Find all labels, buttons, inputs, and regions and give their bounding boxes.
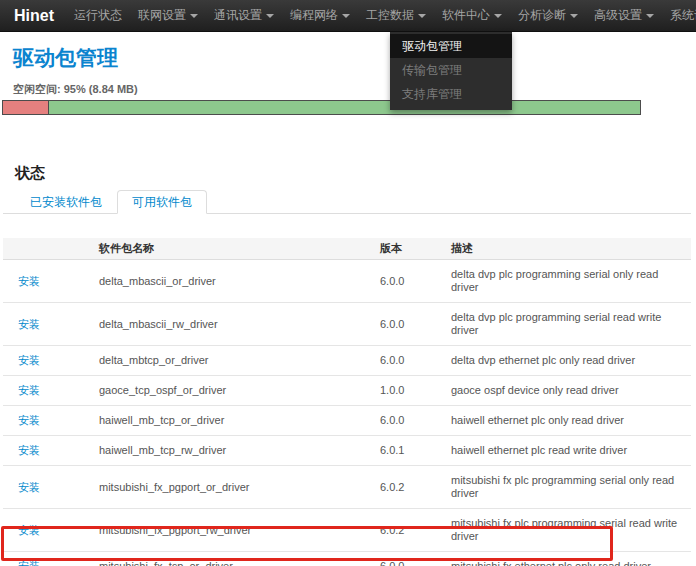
description-cell: mitsubishi fx ethernet plc only read dri… (448, 552, 691, 566)
table-row: 安装 haiwell_mb_tcp_or_driver 6.0.0 haiwel… (3, 406, 691, 436)
nav-item-run-status[interactable]: 运行状态 (70, 3, 126, 28)
column-header-action (3, 238, 96, 260)
install-button[interactable]: 安装 (18, 275, 40, 287)
caret-down-icon (570, 14, 578, 18)
install-button[interactable]: 安装 (18, 414, 40, 426)
install-button[interactable]: 安装 (18, 318, 40, 330)
nav-item-label: 通讯设置 (214, 8, 262, 22)
tab-installed-packages[interactable]: 已安装软件包 (15, 190, 117, 214)
table-row: 安装 mitsubishi_fx_tcp_or_driver 6.0.0 mit… (3, 552, 691, 566)
nav-item-label: 系统设置 (670, 8, 696, 22)
disk-usage-bar (2, 100, 641, 115)
column-header-package-name: 软件包名称 (96, 238, 377, 260)
table-row: 安装 haiwell_mb_tcp_rw_driver 6.0.1 haiwel… (3, 436, 691, 466)
brand-logo[interactable]: Hinet (14, 7, 54, 25)
version-cell: 6.0.1 (377, 436, 448, 466)
install-button[interactable]: 安装 (18, 444, 40, 456)
nav-item-analysis-diagnosis[interactable]: 分析诊断 (514, 3, 582, 28)
description-cell: mitsubishi fx plc programming serial onl… (448, 466, 691, 509)
packages-table: 软件包名称 版本 描述 安装 delta_mbascii_or_driver 6… (3, 238, 691, 566)
package-name-cell: haiwell_mb_tcp_or_driver (96, 406, 377, 436)
free-space-segment (49, 101, 640, 114)
nav-item-label: 编程网络 (290, 8, 338, 22)
tab-available-packages[interactable]: 可用软件包 (117, 190, 207, 214)
navbar: Hinet 运行状态 联网设置 通讯设置 编程网络 工控数据 软件中心 分析诊断… (0, 0, 696, 32)
caret-down-icon (266, 14, 274, 18)
package-name-cell: gaoce_tcp_ospf_or_driver (96, 376, 377, 406)
nav-item-system-settings[interactable]: 系统设置 (666, 3, 696, 28)
description-cell: haiwell ethernet plc only read driver (448, 406, 691, 436)
nav-item-advanced-settings[interactable]: 高级设置 (590, 3, 658, 28)
caret-down-icon (646, 14, 654, 18)
dropdown-item-support-library-management[interactable]: 支持库管理 (390, 82, 512, 106)
description-cell: delta dvp plc programming serial read wr… (448, 303, 691, 346)
version-cell: 6.0.2 (377, 509, 448, 552)
dropdown-item-driver-package-management[interactable]: 驱动包管理 (390, 34, 512, 58)
table-row: 安装 delta_mbtcp_or_driver 6.0.0 delta dvp… (3, 346, 691, 376)
version-cell: 6.0.2 (377, 466, 448, 509)
package-name-cell: mitsubishi_fx_pgport_or_driver (96, 466, 377, 509)
install-button[interactable]: 安装 (18, 560, 40, 566)
install-button[interactable]: 安装 (18, 354, 40, 366)
version-cell: 6.0.0 (377, 260, 448, 303)
nav-item-label: 软件中心 (442, 8, 490, 22)
description-cell: haiwell ethernet plc read write driver (448, 436, 691, 466)
table-row: 安装 delta_mbascii_or_driver 6.0.0 delta d… (3, 260, 691, 303)
nav-item-programming-network[interactable]: 编程网络 (286, 3, 354, 28)
nav-item-software-center[interactable]: 软件中心 (438, 3, 506, 28)
caret-down-icon (418, 14, 426, 18)
description-cell: delta dvp plc programming serial only re… (448, 260, 691, 303)
nav-item-industrial-data[interactable]: 工控数据 (362, 3, 430, 28)
nav-item-label: 高级设置 (594, 8, 642, 22)
table-row: 安装 mitsubishi_fx_pgport_or_driver 6.0.2 … (3, 466, 691, 509)
page-title: 驱动包管理 (13, 46, 696, 70)
column-header-version: 版本 (377, 238, 448, 260)
version-cell: 6.0.0 (377, 406, 448, 436)
caret-down-icon (494, 14, 502, 18)
nav-item-label: 工控数据 (366, 8, 414, 22)
nav-item-label: 运行状态 (74, 8, 122, 22)
version-cell: 6.0.0 (377, 552, 448, 566)
package-tabs: 已安装软件包 可用软件包 (3, 190, 691, 214)
used-space-segment (3, 101, 49, 114)
version-cell: 1.0.0 (377, 376, 448, 406)
status-heading: 状态 (15, 165, 696, 181)
description-cell: mitsubishi fx plc programming serial rea… (448, 509, 691, 552)
package-name-cell: mitsubishi_fx_tcp_or_driver (96, 552, 377, 566)
table-row: 安装 mitsubishi_fx_pgport_rw_driver 6.0.2 … (3, 509, 691, 552)
free-space-label: 空闲空间: 95% (8.84 MB) (13, 83, 696, 96)
package-name-cell: delta_mbtcp_or_driver (96, 346, 377, 376)
caret-down-icon (342, 14, 350, 18)
table-row: 安装 gaoce_tcp_ospf_or_driver 1.0.0 gaoce … (3, 376, 691, 406)
nav-item-label: 联网设置 (138, 8, 186, 22)
package-name-cell: haiwell_mb_tcp_rw_driver (96, 436, 377, 466)
install-button[interactable]: 安装 (18, 481, 40, 493)
dropdown-item-transfer-package-management[interactable]: 传输包管理 (390, 58, 512, 82)
description-cell: gaoce ospf device only read driver (448, 376, 691, 406)
version-cell: 6.0.0 (377, 346, 448, 376)
version-cell: 6.0.0 (377, 303, 448, 346)
nav-item-comm-settings[interactable]: 通讯设置 (210, 3, 278, 28)
package-name-cell: delta_mbascii_rw_driver (96, 303, 377, 346)
table-row: 安装 delta_mbascii_rw_driver 6.0.0 delta d… (3, 303, 691, 346)
description-cell: delta dvp ethernet plc only read driver (448, 346, 691, 376)
install-button[interactable]: 安装 (18, 384, 40, 396)
column-header-description: 描述 (448, 238, 691, 260)
install-button[interactable]: 安装 (18, 524, 40, 536)
nav-item-network-settings[interactable]: 联网设置 (134, 3, 202, 28)
main-content: 驱动包管理 空闲空间: 95% (8.84 MB) 状态 已安装软件包 可用软件… (0, 0, 696, 566)
nav-item-label: 分析诊断 (518, 8, 566, 22)
packages-table-wrap: 软件包名称 版本 描述 安装 delta_mbascii_or_driver 6… (3, 238, 691, 566)
caret-down-icon (190, 14, 198, 18)
software-center-dropdown: 驱动包管理 传输包管理 支持库管理 (390, 32, 512, 110)
package-name-cell: mitsubishi_fx_pgport_rw_driver (96, 509, 377, 552)
table-header-row: 软件包名称 版本 描述 (3, 238, 691, 260)
package-name-cell: delta_mbascii_or_driver (96, 260, 377, 303)
